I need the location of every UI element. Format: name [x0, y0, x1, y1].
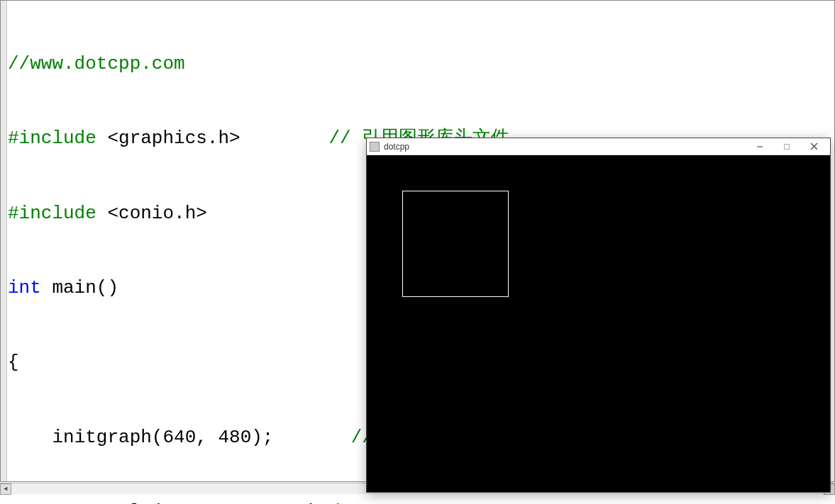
- editor-gutter: [1, 1, 7, 481]
- window-title: dotcpp: [384, 142, 746, 152]
- svg-rect-1: [785, 144, 790, 149]
- code-text: <conio.h>: [96, 203, 207, 224]
- code-text: initgraph(640, 480);: [52, 427, 273, 448]
- minimize-icon: [756, 143, 763, 150]
- minimize-button[interactable]: [746, 139, 773, 155]
- graphics-output-window[interactable]: dotcpp: [366, 138, 831, 493]
- window-titlebar[interactable]: dotcpp: [367, 138, 830, 155]
- code-text: rectangle(50,50,200,200);: [52, 501, 328, 504]
- preproc-text: #include: [8, 203, 96, 224]
- close-icon: [810, 142, 818, 150]
- indent: [8, 501, 52, 504]
- comment-text: /: [329, 501, 341, 504]
- close-button[interactable]: [800, 139, 827, 155]
- code-text: main(): [41, 277, 118, 298]
- maximize-icon: [783, 143, 790, 150]
- code-line: //www.dotcpp.com: [8, 52, 705, 77]
- graphics-canvas: [367, 155, 830, 492]
- preproc-text: #include: [8, 128, 96, 149]
- code-text: {: [8, 352, 19, 373]
- drawn-rectangle: [402, 191, 509, 297]
- comment-text: //www.dotcpp.com: [8, 53, 185, 74]
- code-text: <graphics.h>: [96, 128, 240, 149]
- code-line: rectangle(50,50,200,200);/: [8, 500, 705, 504]
- maximize-button[interactable]: [773, 139, 800, 155]
- keyword-text: int: [8, 277, 41, 298]
- window-icon: [370, 142, 380, 152]
- scroll-left-arrow[interactable]: ◄: [0, 483, 11, 495]
- indent: [8, 427, 52, 448]
